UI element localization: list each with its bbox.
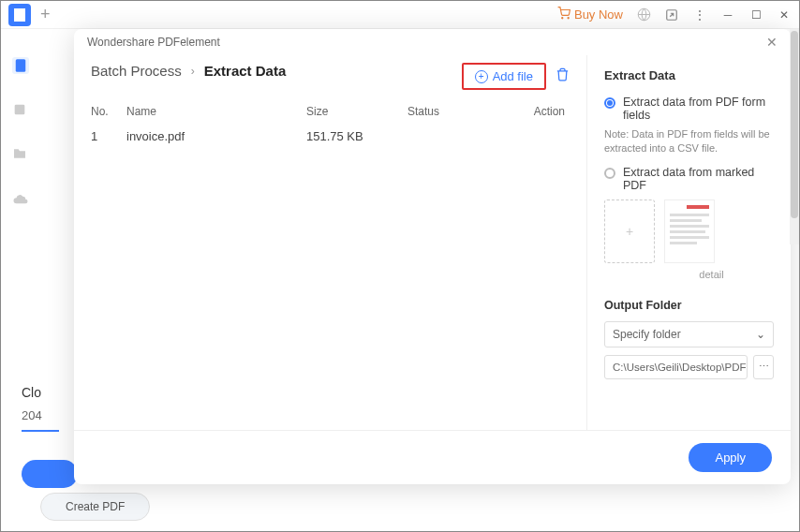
svg-rect-4 — [16, 59, 26, 72]
modal-footer: Apply — [74, 430, 791, 484]
cell-name: invoice.pdf — [126, 129, 306, 143]
option-marked-pdf[interactable]: Extract data from marked PDF — [604, 166, 774, 192]
files-table: No. Name Size Status Action 1 invoice.pd… — [91, 99, 570, 149]
specify-label: Specify folder — [613, 328, 681, 341]
kebab-menu-icon[interactable]: ⋮ — [692, 7, 707, 22]
option-form-fields[interactable]: Extract data from PDF form fields — [604, 96, 774, 122]
sidebar-folder-icon[interactable] — [12, 147, 29, 164]
breadcrumb-parent[interactable]: Batch Process — [91, 63, 182, 79]
col-header-status: Status — [407, 105, 501, 118]
option-label-2: Extract data from marked PDF — [623, 166, 774, 192]
preview-row: + — [604, 200, 774, 263]
minimize-button[interactable]: ─ — [720, 7, 735, 22]
browse-button[interactable]: ⋯ — [753, 355, 774, 379]
main-area: Clo 204 Create PDF ⋯ Wondershare PDFelem… — [1, 29, 799, 531]
sidebar-cloud-icon[interactable] — [12, 192, 29, 209]
left-sidebar — [1, 29, 40, 531]
top-bar-right: Buy Now ⋮ ─ ☐ ✕ — [557, 7, 792, 22]
col-header-name: Name — [126, 105, 306, 118]
breadcrumb: Batch Process › Extract Data — [91, 63, 462, 79]
add-file-label: Add file — [493, 69, 533, 83]
content-wrap: Clo 204 Create PDF ⋯ Wondershare PDFelem… — [40, 29, 799, 531]
hidden-button[interactable] — [22, 460, 78, 488]
chevron-down-icon: ⌄ — [756, 328, 765, 341]
sidebar-star-icon[interactable] — [12, 102, 29, 119]
app-logo[interactable] — [8, 4, 31, 26]
modal-title-bar: Wondershare PDFelement ✕ — [74, 29, 791, 55]
option-note: Note: Data in PDF from fields will be ex… — [604, 127, 774, 156]
top-bar-left: + — [8, 4, 51, 26]
section-cloud-label: Clo — [22, 385, 41, 400]
delete-icon[interactable] — [556, 67, 570, 85]
modal-close-button[interactable]: ✕ — [766, 35, 778, 50]
table-row[interactable]: 1 invoice.pdf 151.75 KB — [91, 124, 570, 149]
output-folder-title: Output Folder — [604, 299, 774, 312]
path-row: C:\Users\Geili\Desktop\PDFelement\Da ⋯ — [604, 355, 774, 379]
plus-circle-icon: + — [475, 70, 488, 83]
svg-point-0 — [562, 18, 563, 19]
batch-process-modal: Wondershare PDFelement ✕ Batch Process ›… — [74, 29, 791, 484]
table-header: No. Name Size Status Action — [91, 99, 570, 124]
cell-no: 1 — [91, 129, 126, 143]
scrollbar[interactable] — [790, 29, 799, 244]
modal-body: Batch Process › Extract Data + Add file — [74, 55, 791, 430]
maximize-button[interactable]: ☐ — [748, 7, 763, 22]
share-icon[interactable] — [664, 7, 679, 22]
modal-header-row: Batch Process › Extract Data + Add file — [91, 63, 570, 90]
modal-title: Wondershare PDFelement — [87, 36, 220, 49]
output-folder-section: Output Folder Specify folder ⌄ C:\Users\… — [604, 299, 774, 379]
apply-button[interactable]: Apply — [689, 443, 772, 472]
output-path-input[interactable]: C:\Users\Geili\Desktop\PDFelement\Da — [604, 355, 748, 379]
sidebar-document-icon[interactable] — [12, 57, 29, 74]
radio-icon — [604, 168, 615, 179]
modal-right-panel: Extract Data Extract data from PDF form … — [586, 55, 791, 430]
chevron-right-icon: › — [191, 65, 195, 78]
svg-point-1 — [568, 18, 569, 19]
specify-folder-select[interactable]: Specify folder ⌄ — [604, 321, 774, 347]
col-header-size: Size — [306, 105, 407, 118]
add-preview-box[interactable]: + — [604, 200, 655, 263]
globe-icon[interactable] — [636, 7, 651, 22]
col-header-no: No. — [91, 105, 126, 118]
col-header-action: Action — [501, 105, 565, 118]
cell-action — [501, 129, 565, 143]
svg-rect-5 — [15, 105, 25, 115]
create-pdf-button[interactable]: Create PDF — [40, 493, 150, 521]
cell-status — [407, 129, 501, 143]
preview-thumbnail[interactable] — [664, 200, 715, 263]
new-tab-button[interactable]: + — [40, 5, 51, 24]
scrollbar-thumb[interactable] — [791, 31, 798, 218]
section-number: 204 — [22, 408, 59, 432]
close-window-button[interactable]: ✕ — [777, 7, 792, 22]
breadcrumb-current: Extract Data — [204, 63, 287, 79]
buy-now-label: Buy Now — [574, 7, 623, 22]
top-bar: + Buy Now ⋮ ─ ☐ ✕ — [1, 1, 799, 29]
option-label-1: Extract data from PDF form fields — [623, 96, 774, 122]
panel-title: Extract Data — [604, 68, 774, 82]
buy-now-link[interactable]: Buy Now — [557, 7, 623, 22]
radio-icon — [604, 97, 615, 109]
cell-size: 151.75 KB — [306, 129, 407, 143]
modal-left-panel: Batch Process › Extract Data + Add file — [74, 55, 586, 430]
add-file-button[interactable]: + Add file — [462, 63, 546, 90]
cart-icon — [557, 7, 570, 22]
detail-label[interactable]: detail — [649, 269, 774, 280]
